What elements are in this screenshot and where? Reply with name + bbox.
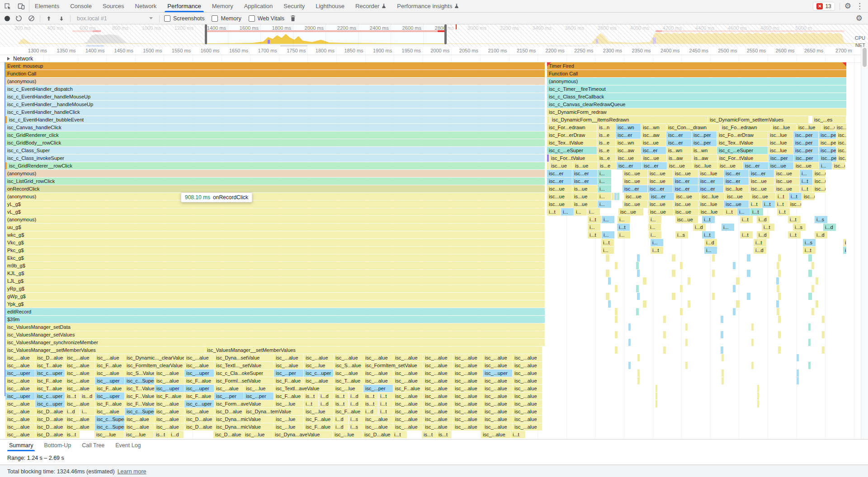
flame-bar[interactable]: isc_...alue — [481, 431, 510, 438]
flame-bar[interactable]: Event: mouseup — [5, 62, 545, 70]
flame-bar[interactable]: isc_...lue — [244, 385, 274, 392]
flame-bar[interactable]: isc_c_EventHandler_handleMouseUp — [5, 93, 545, 100]
flame-bar[interactable]: isc_...alue — [5, 362, 35, 369]
flame-bar[interactable] — [733, 308, 736, 315]
flame-bar[interactable]: is...t — [334, 393, 348, 400]
flame-bar[interactable]: isc_For...erDraw — [547, 131, 597, 139]
flame-bar[interactable]: isc...ue — [624, 193, 649, 200]
flame-bar[interactable]: isc...lue — [768, 131, 793, 139]
flame-bar[interactable]: isc_GridRenderer__rowClick — [7, 162, 545, 169]
flame-bar[interactable] — [811, 308, 814, 315]
flame-bar[interactable]: isc_For...tValue — [549, 154, 597, 162]
save-profile-icon[interactable] — [57, 14, 66, 23]
flame-bar[interactable]: i...d — [704, 239, 717, 246]
flame-bar[interactable]: Vkc_g$ — [5, 239, 545, 246]
flame-bar[interactable]: isc_...alue — [363, 354, 393, 361]
flame-bar[interactable]: i...s — [349, 416, 363, 423]
flame-bar[interactable]: isc_c_Class_fireCallback — [547, 93, 846, 100]
flame-bar[interactable]: Pkc_g$ — [5, 247, 545, 254]
flame-bar[interactable] — [614, 193, 617, 200]
flame-bar[interactable]: i...t — [749, 201, 762, 208]
flame-bar[interactable] — [547, 162, 549, 169]
flame-bar[interactable] — [656, 393, 657, 400]
flame-bar[interactable] — [747, 270, 750, 277]
flame-bar[interactable]: Function Call — [547, 70, 846, 77]
flame-bar[interactable]: isc_F...alue — [184, 377, 214, 384]
flame-bar[interactable] — [722, 369, 724, 377]
tab-network[interactable]: Network — [130, 0, 162, 12]
flame-bar[interactable] — [721, 316, 723, 323]
flame-bar[interactable] — [712, 293, 715, 300]
flame-bar[interactable]: isc...ue — [549, 162, 573, 169]
flame-bar[interactable]: isc...ue — [648, 178, 673, 185]
flame-bar[interactable] — [733, 285, 736, 292]
flame-bar[interactable]: isc_...alue — [423, 362, 453, 369]
flame-bar[interactable]: isc_...alue — [5, 423, 35, 430]
flame-bar[interactable] — [688, 277, 690, 285]
flame-bar[interactable]: i... — [737, 208, 750, 215]
overview-selection-handle-right[interactable] — [444, 24, 447, 44]
flame-bar[interactable]: isc_c...Super — [95, 423, 124, 430]
flame-bar[interactable]: isc_...alue — [363, 377, 393, 384]
flame-bar[interactable] — [816, 300, 818, 308]
flame-bar[interactable] — [808, 270, 812, 277]
profile-select[interactable]: box.local #1 — [75, 14, 155, 23]
flame-bar[interactable]: yL_g$ — [5, 201, 545, 208]
flame-bar[interactable]: isc...er — [547, 178, 572, 185]
flame-bar[interactable]: i... — [618, 231, 630, 238]
flame-bar[interactable]: isc_Fo...erDraw — [717, 131, 768, 139]
flame-bar[interactable]: isc_...alue — [155, 423, 184, 430]
flame-bar[interactable] — [797, 354, 799, 361]
trash-icon[interactable] — [289, 14, 297, 23]
flame-bar[interactable]: Ekc_g$ — [5, 254, 545, 262]
flame-bar[interactable]: isc_...alue — [363, 416, 393, 423]
flame-bar[interactable]: isc...wn — [641, 124, 666, 131]
flame-bar[interactable]: isc_Dyna...setValue — [214, 354, 274, 361]
flame-bar[interactable]: isc_Con..._drawn — [666, 124, 720, 131]
flame-bar[interactable]: isc_D...alue — [184, 423, 214, 430]
flame-bar[interactable]: isc_D...alue — [35, 431, 65, 438]
flame-bar[interactable]: isc_...alue — [513, 423, 542, 430]
flame-bar[interactable]: isc_...alue — [155, 377, 184, 384]
flame-bar[interactable]: isc_...alue — [304, 354, 333, 361]
flame-bar[interactable]: isc_Dyna...micValue — [214, 416, 274, 423]
flame-bar[interactable]: isc_Textl...aveValue — [274, 385, 333, 392]
flame-bar[interactable]: isc_...alue — [65, 400, 94, 407]
flame-bar[interactable]: isc...per — [692, 139, 717, 146]
flame-bar[interactable]: i...d — [349, 393, 363, 400]
flame-bar[interactable]: i...t — [601, 239, 614, 246]
flame-bar[interactable]: isc...er — [547, 170, 572, 177]
flame-bar[interactable]: isc...ue — [837, 154, 846, 162]
flame-bar[interactable]: isc...wn — [616, 124, 641, 131]
flame-bar[interactable] — [808, 293, 812, 300]
flame-bar[interactable]: i...t — [702, 216, 715, 223]
kebab-menu-icon[interactable]: ⋮ — [856, 2, 863, 10]
flame-bar[interactable] — [608, 277, 611, 285]
flame-bar[interactable]: isc_...alue — [483, 362, 512, 369]
flame-bar[interactable]: isc_...alue — [65, 423, 94, 430]
flame-bar[interactable]: i...t — [800, 178, 812, 185]
flame-bar[interactable]: isc_...alue — [483, 377, 512, 384]
flame-bar[interactable] — [811, 262, 814, 269]
flame-bar[interactable]: isc_...alue — [363, 369, 393, 377]
flame-bar[interactable] — [656, 400, 657, 407]
flame-bar[interactable] — [757, 393, 759, 400]
flame-bar[interactable]: isc_...alue — [453, 354, 482, 361]
flame-bar[interactable]: isc...per — [819, 139, 836, 146]
flame-bar[interactable]: isc_c_EventHandler_bubbleEvent — [7, 116, 545, 123]
flame-bar[interactable]: i... — [819, 162, 832, 169]
flame-bar[interactable]: isc_...uper — [184, 385, 214, 392]
flame-bar[interactable]: isc...er — [673, 178, 698, 185]
flame-bar[interactable] — [628, 323, 631, 331]
flame-bar[interactable] — [608, 300, 611, 308]
flame-bar[interactable]: is...t — [154, 431, 169, 438]
flame-bar[interactable]: isc...per — [819, 154, 836, 162]
flame-bar[interactable]: isc...ue — [774, 178, 799, 185]
flame-bar[interactable]: i... — [618, 216, 630, 223]
flame-bar[interactable]: i...t — [651, 247, 663, 254]
tab-security[interactable]: Security — [278, 0, 310, 12]
flame-bar[interactable]: i...t — [788, 231, 801, 238]
flame-bar[interactable]: isc...ue — [648, 201, 673, 208]
flame-bar[interactable]: isc...ue — [813, 170, 826, 177]
flame-bar[interactable]: isc...ue — [648, 170, 673, 177]
